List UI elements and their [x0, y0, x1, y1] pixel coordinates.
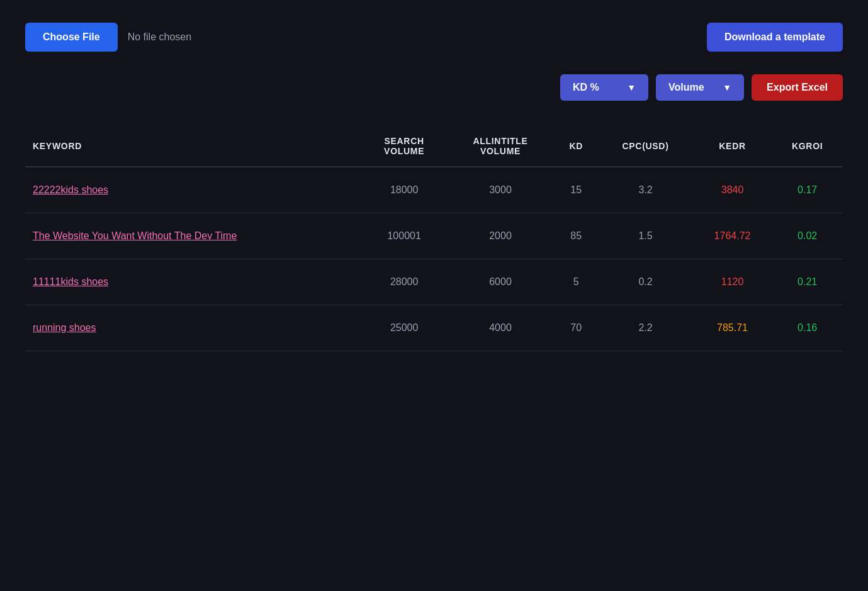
- col-keyword: KEYWORD: [25, 126, 362, 167]
- cell-kgroi: 0.21: [772, 259, 843, 305]
- col-allintitle-volume: ALLINTITLEVOLUME: [447, 126, 555, 167]
- cell-kedr: 1120: [693, 259, 772, 305]
- cell-search-volume: 100001: [362, 213, 447, 259]
- cell-cpc: 1.5: [598, 213, 692, 259]
- cell-keyword: 11111kids shoes: [25, 259, 362, 305]
- keyword-link[interactable]: 11111kids shoes: [33, 276, 108, 287]
- kd-chevron-icon: ▼: [627, 82, 636, 93]
- cell-kd: 70: [554, 305, 598, 351]
- cell-kd: 15: [554, 167, 598, 213]
- cell-search-volume: 18000: [362, 167, 447, 213]
- keyword-link[interactable]: The Website You Want Without The Dev Tim…: [33, 230, 237, 241]
- keyword-link[interactable]: running shoes: [33, 322, 96, 333]
- download-template-button[interactable]: Download a template: [707, 23, 843, 52]
- export-excel-button[interactable]: Export Excel: [752, 74, 843, 101]
- table-row: running shoes 25000 4000 70 2.2 785.71 0…: [25, 305, 843, 351]
- volume-dropdown[interactable]: Volume ▼: [656, 74, 744, 101]
- table-container: KEYWORD SEARCHVOLUME ALLINTITLEVOLUME KD…: [13, 113, 855, 364]
- cell-kedr: 1764.72: [693, 213, 772, 259]
- cell-kd: 85: [554, 213, 598, 259]
- controls-bar: KD % ▼ Volume ▼ Export Excel: [13, 62, 855, 113]
- cell-kedr: 3840: [693, 167, 772, 213]
- cell-keyword: 22222kids shoes: [25, 167, 362, 213]
- cell-cpc: 2.2: [598, 305, 692, 351]
- cell-allintitle-volume: 4000: [447, 305, 555, 351]
- cell-kgroi: 0.02: [772, 213, 843, 259]
- table-row: 22222kids shoes 18000 3000 15 3.2 3840 0…: [25, 167, 843, 213]
- cell-allintitle-volume: 2000: [447, 213, 555, 259]
- col-cpc: CPC(USD): [598, 126, 692, 167]
- cell-cpc: 3.2: [598, 167, 692, 213]
- kd-dropdown[interactable]: KD % ▼: [560, 74, 648, 101]
- cell-allintitle-volume: 3000: [447, 167, 555, 213]
- top-bar-left: Choose File No file chosen: [25, 23, 191, 52]
- cell-kgroi: 0.17: [772, 167, 843, 213]
- cell-allintitle-volume: 6000: [447, 259, 555, 305]
- no-file-label: No file chosen: [128, 31, 191, 43]
- keyword-table: KEYWORD SEARCHVOLUME ALLINTITLEVOLUME KD…: [25, 126, 843, 351]
- cell-kd: 5: [554, 259, 598, 305]
- cell-cpc: 0.2: [598, 259, 692, 305]
- cell-keyword: The Website You Want Without The Dev Tim…: [25, 213, 362, 259]
- keyword-link[interactable]: 22222kids shoes: [33, 184, 108, 195]
- choose-file-button[interactable]: Choose File: [25, 23, 118, 52]
- cell-search-volume: 25000: [362, 305, 447, 351]
- col-kgroi: KGROI: [772, 126, 843, 167]
- cell-kedr: 785.71: [693, 305, 772, 351]
- volume-chevron-icon: ▼: [723, 82, 731, 93]
- col-kedr: KEDR: [693, 126, 772, 167]
- volume-dropdown-label: Volume: [668, 82, 704, 93]
- table-row: 11111kids shoes 28000 6000 5 0.2 1120 0.…: [25, 259, 843, 305]
- col-search-volume: SEARCHVOLUME: [362, 126, 447, 167]
- table-header-row: KEYWORD SEARCHVOLUME ALLINTITLEVOLUME KD…: [25, 126, 843, 167]
- cell-kgroi: 0.16: [772, 305, 843, 351]
- top-bar: Choose File No file chosen Download a te…: [13, 13, 855, 62]
- kd-dropdown-label: KD %: [573, 82, 599, 93]
- table-row: The Website You Want Without The Dev Tim…: [25, 213, 843, 259]
- cell-keyword: running shoes: [25, 305, 362, 351]
- col-kd: KD: [554, 126, 598, 167]
- cell-search-volume: 28000: [362, 259, 447, 305]
